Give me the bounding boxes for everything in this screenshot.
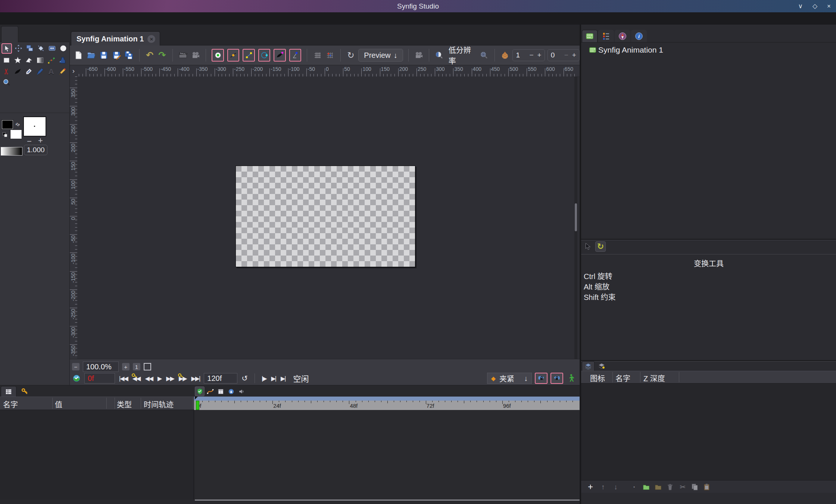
layers-list-area[interactable] (581, 384, 836, 480)
delete-layer-button[interactable] (665, 482, 675, 492)
preview-quality-dropdown[interactable]: Preview ↓ (358, 49, 403, 62)
toggle-position-handles-button[interactable] (212, 49, 224, 62)
spline-tool-button[interactable] (46, 55, 56, 65)
params-list-area[interactable] (0, 410, 194, 500)
column-divider[interactable] (640, 372, 640, 382)
spinner-minus-button[interactable]: − (529, 51, 533, 59)
play-preview-button[interactable]: |▶ (261, 375, 267, 382)
clamp-dropdown[interactable]: ◆ 夹紧 ↓ (487, 373, 532, 384)
animate-mode-icon[interactable] (566, 373, 576, 383)
column-zdepth[interactable]: Z 深度 (643, 373, 665, 384)
bundle-icon[interactable] (216, 386, 225, 396)
tab-palette[interactable] (598, 30, 614, 42)
fit-canvas-icon[interactable] (144, 363, 151, 370)
zoom-reset-button[interactable]: 1 (133, 363, 140, 370)
lock-icon[interactable] (226, 386, 236, 396)
render-play-button[interactable]: ▶| (271, 375, 277, 382)
column-divider[interactable] (679, 372, 679, 382)
fill-color-swatch[interactable] (10, 130, 22, 139)
end-time-field[interactable]: 120f (204, 373, 237, 384)
canvas-browser-item[interactable]: Synfig Animation 1 (589, 46, 663, 54)
copy-button[interactable] (690, 482, 699, 492)
onion-skin-icon[interactable] (500, 50, 510, 61)
tab-parameters[interactable] (1, 386, 16, 397)
open-document-button[interactable] (86, 50, 96, 61)
cutout-tool-button[interactable]: ✂ (1, 66, 11, 76)
star-tool-button[interactable] (13, 55, 22, 65)
increase-resolution-icon[interactable] (479, 50, 489, 61)
resize-tool-button[interactable] (47, 43, 57, 53)
default-gradient-swatch[interactable] (1, 147, 22, 156)
play-button[interactable]: ▶ (157, 375, 162, 382)
spinner-plus-button[interactable]: + (537, 51, 542, 59)
column-divider[interactable] (106, 398, 107, 409)
lock-future-keyframe-button[interactable] (550, 373, 563, 384)
paste-button[interactable] (702, 482, 711, 492)
canvas-workspace[interactable] (77, 76, 572, 359)
column-name[interactable]: 名字 (3, 399, 18, 410)
active-tool-icon[interactable] (583, 241, 593, 252)
decrease-resolution-icon[interactable] (434, 50, 444, 61)
column-divider[interactable] (52, 398, 53, 409)
onion-future-spinner[interactable]: 0 − + (548, 49, 580, 61)
preview-options-button[interactable] (191, 50, 201, 61)
brush-increase-button[interactable]: + (38, 137, 43, 145)
fill-tool-button[interactable] (57, 55, 67, 65)
smooth-move-tool-button[interactable] (13, 43, 23, 53)
column-divider[interactable] (612, 372, 613, 382)
canvas-checkerboard[interactable] (235, 166, 415, 267)
column-name[interactable]: 名字 (615, 373, 630, 384)
circle-tool-button[interactable] (58, 43, 68, 53)
text-tool-button[interactable]: A (46, 66, 56, 76)
zoom-out-button[interactable]: − (72, 363, 79, 370)
toggle-vertex-handles-button[interactable] (227, 49, 240, 62)
seek-begin-button[interactable]: |◀◀ (118, 375, 128, 382)
time-cursor[interactable] (196, 401, 199, 410)
spinner-plus-button[interactable]: + (572, 51, 576, 59)
column-type[interactable]: 类型 (117, 399, 132, 410)
refresh-button[interactable]: ↻ (346, 50, 356, 61)
lower-layer-button[interactable]: ↓ (611, 482, 621, 492)
column-divider[interactable] (141, 398, 141, 409)
toggle-radius-handles-button[interactable] (258, 49, 271, 62)
group-layers-button[interactable] (653, 482, 663, 492)
tab-keyframes[interactable] (17, 386, 32, 397)
lock-past-keyframe-button[interactable] (535, 373, 548, 384)
tab-navigator[interactable] (615, 30, 630, 42)
prev-frame-button[interactable]: ◀◀ (144, 375, 153, 382)
zoom-tool-button[interactable] (1, 78, 11, 87)
next-frame-button[interactable]: ▶▶ (165, 375, 175, 382)
new-document-button[interactable] (74, 50, 84, 61)
horizontal-ruler[interactable]: -650-600-550-500-450-400-350-300-250-200… (77, 65, 580, 77)
toggle-width-handles-button[interactable] (274, 49, 286, 62)
toggle-grid-button[interactable] (312, 50, 322, 61)
mirror-tool-button[interactable] (36, 43, 46, 53)
brush-tool-button[interactable] (24, 66, 34, 76)
raise-layer-button[interactable]: ↑ (598, 482, 608, 492)
prev-keyframe-button[interactable]: ◀◀ (132, 375, 141, 382)
tab-layers[interactable] (582, 361, 595, 371)
save-all-button[interactable] (124, 50, 134, 61)
draw-tool-button[interactable] (57, 66, 67, 76)
zoom-in-button[interactable]: + (122, 363, 130, 370)
timebar[interactable]: 0f24f48f72f96f (194, 397, 580, 410)
column-divider[interactable] (115, 398, 115, 409)
polygon-tool-button[interactable] (24, 55, 34, 65)
indent-icon[interactable]: ▪ (629, 482, 639, 492)
maximize-window-icon[interactable]: ◇ (812, 2, 817, 10)
timetrack-mode-icon[interactable] (195, 386, 205, 396)
timetrack-horizontal-scrollbar[interactable] (195, 500, 580, 501)
toolbox-tab[interactable] (1, 26, 18, 42)
gradient-tool-button[interactable] (35, 55, 45, 65)
reset-colors-icon[interactable] (2, 132, 7, 137)
next-keyframe-button[interactable]: ▶▶ (178, 375, 187, 382)
toolbox-collapse-button[interactable]: › (70, 65, 77, 76)
snap-to-grid-button[interactable] (325, 50, 335, 61)
scale-tool-button[interactable] (25, 43, 34, 53)
column-icon[interactable]: 图标 (590, 373, 605, 384)
undo-button[interactable]: ↶ (145, 50, 155, 61)
brush-decrease-button[interactable]: − (27, 137, 32, 145)
cut-button[interactable]: ✂ (678, 482, 687, 492)
transform-tool-button[interactable] (1, 43, 12, 54)
swap-colors-icon[interactable]: ⇄ (14, 121, 21, 128)
